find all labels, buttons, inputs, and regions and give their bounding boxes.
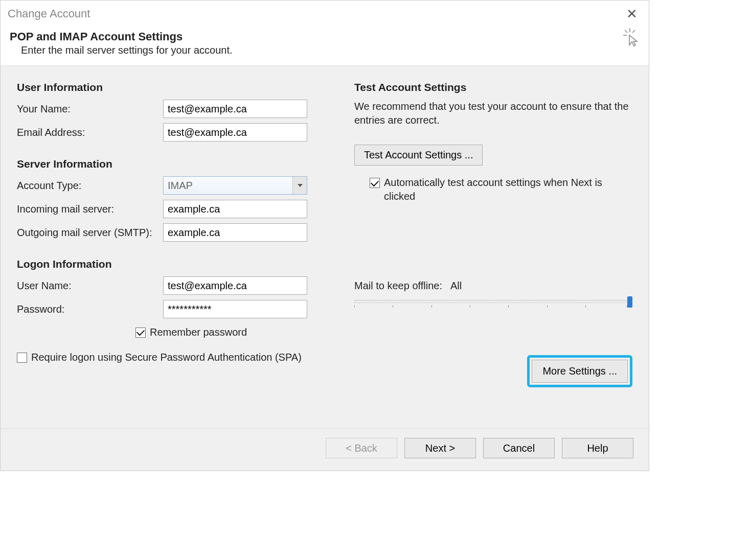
back-button[interactable]: < Back: [326, 438, 397, 458]
window-title: Change Account: [8, 7, 90, 20]
your-name-label: Your Name:: [17, 103, 163, 115]
slider-track: [354, 300, 629, 303]
change-account-dialog: Change Account ✕ POP and IMAP Account Se…: [0, 0, 649, 471]
mail-offline-slider[interactable]: [354, 295, 632, 310]
test-account-settings-button[interactable]: Test Account Settings ...: [354, 145, 483, 166]
test-settings-description: We recommend that you test your account …: [354, 100, 632, 127]
password-input[interactable]: [163, 300, 307, 318]
email-input[interactable]: [163, 123, 307, 142]
next-button[interactable]: Next >: [404, 438, 476, 458]
dialog-header: POP and IMAP Account Settings Enter the …: [1, 25, 649, 65]
spa-checkbox[interactable]: [17, 353, 27, 363]
email-label: Email Address:: [17, 127, 163, 138]
slider-thumb[interactable]: [627, 296, 632, 308]
your-name-input[interactable]: [163, 100, 307, 118]
username-label: User Name:: [17, 280, 163, 292]
slider-ticks: [354, 305, 629, 308]
cancel-button[interactable]: Cancel: [483, 438, 555, 458]
user-info-heading: User Information: [17, 81, 324, 94]
dialog-footer: < Back Next > Cancel Help: [1, 428, 649, 471]
help-button[interactable]: Help: [562, 438, 633, 458]
more-settings-button[interactable]: More Settings ...: [532, 360, 628, 383]
username-input[interactable]: [163, 276, 307, 295]
wizard-cursor-icon: [623, 28, 640, 49]
outgoing-server-label: Outgoing mail server (SMTP):: [17, 227, 163, 239]
server-info-heading: Server Information: [17, 158, 324, 170]
auto-test-checkbox[interactable]: [370, 178, 380, 188]
titlebar: Change Account ✕: [1, 1, 649, 25]
incoming-server-input[interactable]: [163, 200, 307, 218]
mail-offline-value: All: [450, 280, 462, 292]
account-type-value: IMAP: [168, 180, 193, 192]
incoming-server-label: Incoming mail server:: [17, 203, 163, 215]
dialog-body: User Information Your Name: Email Addres…: [1, 65, 649, 428]
outgoing-server-input[interactable]: [163, 223, 307, 242]
mail-offline-label: Mail to keep offline:: [354, 280, 442, 292]
svg-line-1: [625, 30, 627, 33]
svg-line-2: [632, 30, 635, 33]
right-column: Test Account Settings We recommend that …: [354, 81, 632, 408]
logon-info-heading: Logon Information: [17, 258, 324, 270]
more-settings-highlight: More Settings ...: [527, 355, 632, 387]
left-column: User Information Your Name: Email Addres…: [17, 81, 324, 408]
account-type-label: Account Type:: [17, 180, 163, 192]
spa-label: Require logon using Secure Password Auth…: [31, 352, 302, 363]
header-title: POP and IMAP Account Settings: [10, 30, 640, 43]
remember-password-label: Remember password: [150, 326, 247, 338]
chevron-down-icon: [292, 177, 307, 194]
test-settings-heading: Test Account Settings: [354, 81, 632, 94]
account-type-select[interactable]: IMAP: [163, 176, 307, 195]
password-label: Password:: [17, 304, 163, 315]
remember-password-checkbox[interactable]: [135, 328, 146, 338]
header-subtitle: Enter the mail server settings for your …: [21, 44, 640, 56]
close-button[interactable]: ✕: [622, 4, 642, 24]
auto-test-label: Automatically test account settings when…: [384, 176, 632, 203]
